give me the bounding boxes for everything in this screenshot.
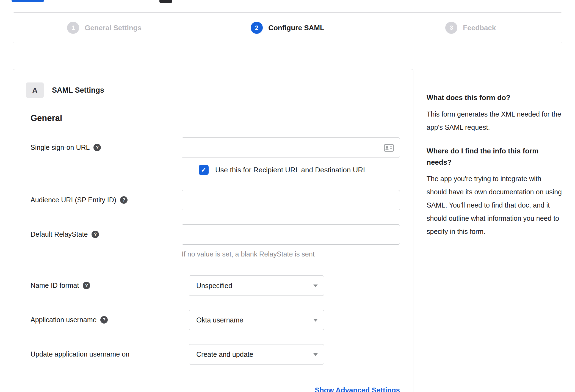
audience-uri-input[interactable] xyxy=(182,190,400,210)
field-label-text: Name ID format xyxy=(31,281,79,289)
sso-url-input[interactable] xyxy=(182,137,400,158)
sidebar-heading-1: What does this form do? xyxy=(427,92,562,103)
relay-state-input[interactable] xyxy=(182,224,400,245)
application-username-select[interactable]: Okta username xyxy=(189,310,324,330)
sidebar-heading-2: Where do I find the info this form needs… xyxy=(427,145,562,168)
audience-uri-label: Audience URI (SP Entity ID) ? xyxy=(31,190,182,204)
step-number-badge: 2 xyxy=(251,22,263,34)
section-a-badge: A xyxy=(26,82,44,98)
help-icon[interactable]: ? xyxy=(83,282,90,289)
audience-uri-row: Audience URI (SP Entity ID) ? xyxy=(31,190,400,210)
sso-url-label: Single sign-on URL ? xyxy=(31,137,182,151)
update-username-select[interactable]: Create and update xyxy=(189,344,324,365)
recipient-url-checkbox-label: Use this for Recipient URL and Destinati… xyxy=(215,166,367,174)
checkmark-icon: ✓ xyxy=(201,166,206,174)
field-label-text: Single sign-on URL xyxy=(31,143,90,151)
select-value: Create and update xyxy=(196,350,253,358)
relay-state-hint: If no value is set, a blank RelayState i… xyxy=(182,250,400,258)
step-label: General Settings xyxy=(85,24,142,32)
show-advanced-settings-link[interactable]: Show Advanced Settings xyxy=(315,386,400,392)
relay-state-row: Default RelayState ? If no value is set,… xyxy=(31,224,400,258)
relay-state-label: Default RelayState ? xyxy=(31,224,182,238)
recipient-url-checkbox-row: ✓ Use this for Recipient URL and Destina… xyxy=(194,165,400,175)
step-configure-saml[interactable]: 2 Configure SAML xyxy=(196,13,379,43)
name-id-format-row: Name ID format ? Unspecified xyxy=(31,275,400,296)
field-label-text: Application username xyxy=(31,316,96,324)
help-icon[interactable]: ? xyxy=(92,231,99,238)
field-label-text: Update application username on xyxy=(31,350,129,358)
help-sidebar: What does this form do? This form genera… xyxy=(427,69,562,250)
chevron-down-icon xyxy=(313,319,318,322)
sidebar-body-2: The app you're trying to integrate with … xyxy=(427,172,562,238)
cutoff-app-logo-fragment xyxy=(159,0,172,3)
chevron-down-icon xyxy=(313,353,318,356)
step-label: Configure SAML xyxy=(268,24,324,32)
panel-title: SAML Settings xyxy=(52,86,104,95)
name-id-format-select[interactable]: Unspecified xyxy=(189,275,324,296)
step-feedback[interactable]: 3 Feedback xyxy=(379,13,562,43)
help-icon[interactable]: ? xyxy=(100,316,108,324)
step-general-settings[interactable]: 1 General Settings xyxy=(13,13,196,43)
step-number-badge: 1 xyxy=(67,22,79,34)
cutoff-header-link-fragment xyxy=(12,0,44,2)
address-card-icon[interactable] xyxy=(384,144,394,153)
application-username-label: Application username ? xyxy=(31,310,189,324)
saml-settings-panel: A SAML Settings General Single sign-on U… xyxy=(13,69,413,392)
update-username-label: Update application username on xyxy=(31,344,189,358)
step-number-badge: 3 xyxy=(445,22,457,34)
field-label-text: Audience URI (SP Entity ID) xyxy=(31,196,116,204)
wizard-stepper: 1 General Settings 2 Configure SAML 3 Fe… xyxy=(13,12,562,43)
step-label: Feedback xyxy=(463,24,496,32)
field-label-text: Default RelayState xyxy=(31,230,88,238)
select-value: Okta username xyxy=(196,316,243,324)
chevron-down-icon xyxy=(313,285,318,287)
recipient-url-checkbox[interactable]: ✓ xyxy=(199,165,209,175)
sidebar-body-1: This form generates the XML needed for t… xyxy=(427,107,562,134)
help-icon[interactable]: ? xyxy=(120,196,128,204)
general-group-title: General xyxy=(31,113,400,123)
application-username-row: Application username ? Okta username xyxy=(31,310,400,330)
update-username-row: Update application username on Create an… xyxy=(31,344,400,365)
select-value: Unspecified xyxy=(196,282,232,290)
help-icon[interactable]: ? xyxy=(93,144,101,151)
sso-url-row: Single sign-on URL ? xyxy=(31,137,400,158)
name-id-format-label: Name ID format ? xyxy=(31,275,189,289)
